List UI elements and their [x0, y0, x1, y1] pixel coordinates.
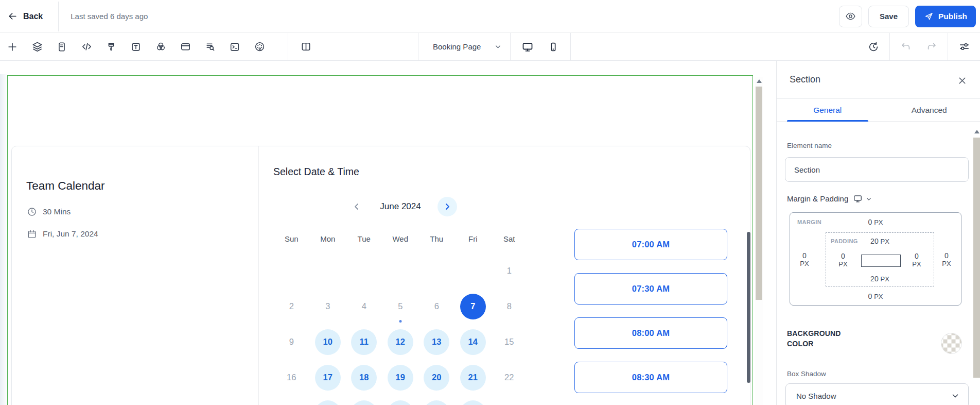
mobile-preview-button[interactable]: [544, 37, 563, 57]
margin-padding-label: Margin & Padding: [787, 194, 848, 203]
code-button[interactable]: [77, 37, 96, 57]
duration-text: 30 Mins: [43, 207, 71, 216]
day-11[interactable]: 11: [346, 324, 382, 360]
form-button[interactable]: [52, 37, 72, 57]
month-label: June 2024: [273, 201, 528, 212]
margin-left-value[interactable]: 0PX: [794, 251, 815, 268]
divider: [948, 33, 948, 61]
today-dot: [399, 320, 401, 323]
desktop-icon: [521, 41, 534, 53]
preview-button[interactable]: [839, 6, 862, 27]
day-10[interactable]: 10: [310, 324, 346, 360]
day-18[interactable]: 18: [346, 360, 382, 395]
panel-scrollbar[interactable]: [973, 128, 980, 405]
background-color-label: BACKGROUND COLOR: [787, 328, 869, 349]
save-button[interactable]: Save: [868, 6, 909, 27]
blend-button[interactable]: [151, 37, 170, 57]
doc-search-button[interactable]: [200, 37, 220, 57]
column-split-icon: [300, 41, 312, 53]
margin-padding-header[interactable]: Margin & Padding: [787, 194, 872, 204]
history-icon: [868, 41, 879, 53]
column-button[interactable]: [296, 37, 316, 57]
card-button[interactable]: [176, 37, 195, 57]
desktop-icon: [853, 194, 863, 204]
panel-tabs: General Advanced: [777, 99, 980, 122]
padding-bottom-value[interactable]: 20 PX: [826, 275, 934, 283]
redo-button[interactable]: [922, 37, 941, 57]
terminal-button[interactable]: [225, 37, 244, 57]
paintbrush-button[interactable]: [101, 37, 121, 57]
desktop-preview-button[interactable]: [518, 37, 537, 57]
undo-button[interactable]: [896, 37, 916, 57]
element-tools: [0, 37, 269, 57]
day-12[interactable]: 12: [382, 324, 419, 360]
padding-left-value[interactable]: 0PX: [833, 252, 853, 268]
close-panel-button[interactable]: [956, 74, 968, 87]
tab-general[interactable]: General: [777, 99, 879, 121]
scroll-up-arrow-icon[interactable]: [757, 79, 762, 83]
layers-icon: [31, 41, 43, 53]
version-history-button[interactable]: [864, 37, 883, 57]
padding-right-value[interactable]: 0PX: [906, 252, 927, 268]
canvas-scrollbar[interactable]: [755, 77, 763, 405]
time-slot-button[interactable]: 07:00 AM: [574, 229, 727, 260]
day-14[interactable]: 14: [455, 324, 492, 360]
scroll-up-arrow-icon[interactable]: [974, 130, 979, 133]
selected-date-text: Fri, Jun 7, 2024: [43, 229, 98, 239]
page-selector-dropdown[interactable]: Booking Page: [433, 42, 502, 51]
date-row: Fri, Jun 7, 2024: [27, 229, 98, 239]
day-21[interactable]: 21: [455, 360, 492, 395]
element-name-input[interactable]: [785, 157, 969, 182]
margin-box: MARGIN 0 PX 0PX 0PX 0 PX PADDING 20 PX 0…: [790, 212, 961, 306]
day-19[interactable]: 19: [382, 360, 419, 395]
time-slot-list: 07:00 AM07:30 AM08:00 AM08:30 AM: [574, 229, 727, 405]
mobile-icon: [548, 41, 559, 53]
day-empty: [310, 253, 346, 289]
day-26[interactable]: 26: [382, 395, 419, 405]
chevron-down-icon: [865, 195, 872, 202]
day-20[interactable]: 20: [418, 360, 455, 395]
divider: [288, 33, 288, 61]
time-slot-button[interactable]: 08:00 AM: [574, 317, 727, 349]
day-1: 1: [491, 253, 528, 289]
margin-bottom-value[interactable]: 0 PX: [790, 292, 961, 300]
palette-button[interactable]: [250, 37, 269, 57]
panel-scrollbar-thumb[interactable]: [973, 138, 980, 378]
redo-icon: [926, 41, 937, 53]
booking-widget[interactable]: Team Calendar 30 Mins Fri, Jun 7, 2024 S…: [11, 146, 750, 405]
calendar-title: Team Calendar: [26, 179, 105, 193]
canvas-scrollbar-thumb[interactable]: [756, 87, 762, 300]
day-13[interactable]: 13: [418, 324, 455, 360]
back-button[interactable]: Back: [8, 11, 43, 21]
day-17[interactable]: 17: [310, 360, 346, 395]
time-slot-button[interactable]: 07:30 AM: [574, 273, 727, 305]
time-slot-scrollbar[interactable]: [747, 232, 750, 383]
weekday-label: Tue: [346, 232, 382, 245]
weekday-label: Mon: [310, 232, 346, 245]
text-button[interactable]: [126, 37, 146, 57]
publish-button[interactable]: Publish: [915, 6, 976, 27]
day-28[interactable]: 28: [455, 395, 492, 405]
text-icon: [130, 41, 142, 53]
background-color-swatch[interactable]: [941, 333, 962, 354]
margin-right-value[interactable]: 0PX: [936, 251, 957, 268]
day-25[interactable]: 25: [346, 395, 382, 405]
settings-button[interactable]: [954, 37, 974, 57]
day-27[interactable]: 27: [418, 395, 455, 405]
box-shadow-dropdown[interactable]: No Shadow: [785, 383, 969, 405]
send-icon: [924, 11, 934, 21]
next-month-button[interactable]: [437, 197, 457, 216]
top-bar: Back Last saved 6 days ago Save Publish: [0, 0, 980, 33]
publish-label: Publish: [938, 12, 967, 21]
margin-top-value[interactable]: 0 PX: [790, 218, 961, 226]
tab-advanced[interactable]: Advanced: [879, 99, 980, 121]
day-5: 5: [382, 289, 419, 324]
day-7[interactable]: 7: [455, 289, 492, 324]
day-24[interactable]: 24: [310, 395, 346, 405]
padding-top-value[interactable]: 20 PX: [826, 237, 934, 245]
divider: [889, 33, 890, 61]
layers-button[interactable]: [27, 37, 47, 57]
time-slot-button[interactable]: 08:30 AM: [574, 362, 727, 393]
add-element-button[interactable]: [3, 37, 22, 57]
weekday-row: SunMonTueWedThuFriSat: [273, 232, 528, 245]
